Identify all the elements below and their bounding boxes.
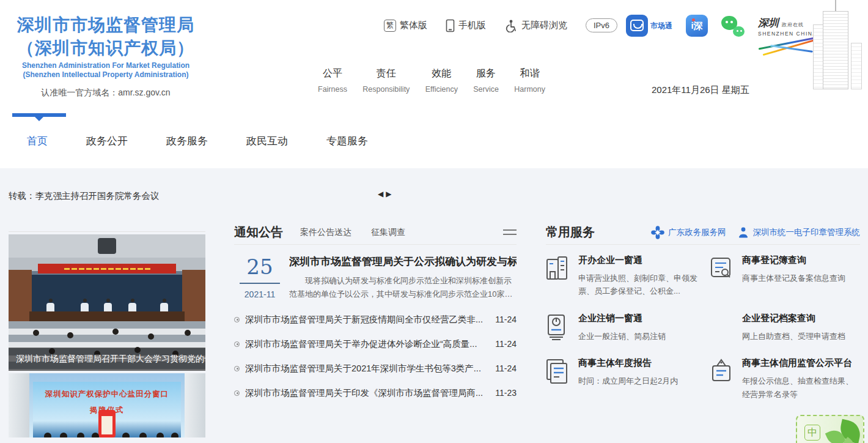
bullet-icon (234, 317, 240, 322)
bullet-icon (234, 390, 240, 396)
carousel-divider (9, 231, 205, 232)
featured-notice[interactable]: 25 2021-11 深圳市市场监督管理局关于公示拟确认为研发与标... 现将拟… (234, 255, 517, 301)
tab-case-announcements[interactable]: 案件公告送达 (300, 227, 351, 238)
ishen-app-icon[interactable]: i深 (686, 15, 708, 37)
ticker-next-icon[interactable]: ▶ (386, 190, 391, 198)
services-section: 常用服务 广东政务服务网 深圳市统一电子印章管理系统 (546, 220, 860, 401)
value-harmony: 和谐Harmony (514, 67, 545, 94)
notices-list: 深圳市市场监督管理局关于新冠疫情期间全市仅经营乙类非... 11-24 深圳市市… (234, 307, 517, 405)
building-sketch-graphic (806, 0, 867, 97)
services-title: 常用服务 (546, 224, 595, 240)
notice-row[interactable]: 深圳市市场监督管理局关于2021年深圳市学生书包等3类产... 11-24 (234, 356, 517, 381)
company-open-icon (546, 255, 569, 298)
app-icons-row: 市场通 i深 深圳 政府在线 SHENZHEN CHINA (626, 15, 830, 51)
photo-carousel: 深圳市市场监督管理局召开干部大会学习贯彻党的十... 深圳知识产权保护中心盐田分… (9, 234, 205, 437)
accessibility-icon (504, 19, 518, 32)
carousel-caption: 深圳市市场监督管理局召开干部大会学习贯彻党的十... (9, 348, 205, 371)
featured-notice-date: 25 2021-11 (234, 255, 285, 301)
shenzhen-china-logo-sub: 政府在线 (782, 21, 804, 28)
traditional-chinese-link[interactable]: 繁 繁体版 (384, 20, 427, 32)
floating-china-widget[interactable]: 中 (796, 415, 864, 443)
nav-item-special[interactable]: 专题服务 (326, 134, 368, 148)
traditional-chinese-label: 繁体版 (400, 20, 427, 31)
featured-notice-summary: 现将拟确认为研发与标准化同步示范企业和深圳标准创新示范基地的单位予以公示，其中研… (289, 274, 517, 301)
annual-report-icon (546, 357, 569, 401)
credit-board-icon (710, 357, 733, 401)
utility-links: 繁 繁体版 手机版 无障碍浏览 IPv6 (384, 18, 617, 32)
ceremony-banner-line1: 深圳知识产权保护中心盐田分窗口 (9, 389, 205, 400)
official-domain: 认准唯一官方域名：amr.sz.gov.cn (17, 87, 194, 99)
current-date: 2021年11月26日 星期五 (652, 84, 749, 96)
service-open-company[interactable]: 开办企业一窗通 申请营业执照、刻制印章、申领发票、员工参保登记、公积金... (546, 255, 706, 298)
core-values-row: 公平Fairness 责任Responsibility 效能Efficiency… (318, 67, 545, 94)
service-credit-platform[interactable]: 商事主体信用监管公示平台 年报公示信息、抽查检查结果、经营异常名录等 (710, 357, 860, 401)
register-search-icon (710, 255, 733, 298)
value-responsibility: 责任Responsibility (362, 67, 410, 94)
mobile-icon (446, 19, 455, 32)
no-icon-spacer (710, 313, 733, 343)
notice-row[interactable]: 深圳市市场监督管理局关于印发《深圳市市场监督管理局商... 11-23 (234, 381, 517, 405)
org-name-en-line1: Shenzhen Administration For Market Regul… (17, 61, 194, 71)
shenzhen-china-logo-cn: 深圳 (758, 16, 779, 30)
deregister-icon (546, 313, 569, 343)
org-name-line1: 深圳市市场监督管理局 (17, 13, 194, 37)
nav-item-gov-services[interactable]: 政务服务 (166, 134, 208, 148)
mobile-version-label: 手机版 (458, 20, 486, 31)
nav-item-gov-info[interactable]: 政务公开 (86, 134, 128, 148)
carousel-slide-conference[interactable]: 深圳市市场监督管理局召开干部大会学习贯彻党的十... (9, 234, 205, 371)
value-fairness: 公平Fairness (318, 67, 347, 94)
notices-more-icon[interactable] (503, 226, 517, 238)
service-deregister[interactable]: 企业注销一窗通 企业一般注销、简易注销 (546, 313, 706, 343)
site-logo[interactable]: 深圳市市场监督管理局 （深圳市知识产权局） Shenzhen Administr… (17, 13, 194, 99)
market-tong-label: 市场通 (650, 21, 672, 31)
notices-title: 通知公告 (234, 224, 283, 240)
tab-surveys[interactable]: 征集调查 (371, 227, 405, 238)
nav-item-interaction[interactable]: 政民互动 (246, 134, 288, 148)
value-service: 服务Service (473, 67, 499, 94)
org-name-en-line2: (Shenzhen Intellectual Property Administ… (17, 70, 194, 80)
service-archive-search[interactable]: 企业登记档案查询 网上自助查档、受理申请查档 (710, 313, 860, 343)
featured-notice-title: 深圳市市场监督管理局关于公示拟确认为研发与标... (289, 255, 517, 269)
bullet-icon (234, 366, 240, 371)
main-navbar: 首页 政务公开 政务服务 政民互动 专题服务 政务机器人 (0, 113, 868, 168)
seal-icon (737, 226, 749, 239)
site-header: 深圳市市场监督管理局 （深圳市知识产权局） Shenzhen Administr… (0, 0, 868, 113)
service-register-search[interactable]: 商事登记簿查询 商事主体登记及备案信息查询 (710, 255, 860, 298)
traditional-chinese-icon: 繁 (384, 20, 396, 32)
eseal-system-link[interactable]: 深圳市统一电子印章管理系统 (737, 226, 861, 239)
notices-section: 通知公告 案件公告送达 征集调查 25 2021-11 深圳市市场监督管理局关于… (234, 220, 517, 405)
wechat-icon[interactable] (721, 16, 745, 37)
guangdong-service-link[interactable]: 广东政务服务网 (651, 226, 726, 239)
mobile-version-link[interactable]: 手机版 (446, 19, 486, 32)
org-name-line2: （深圳市知识产权局） (17, 37, 194, 60)
china-widget-glyph: 中 (804, 425, 820, 441)
notice-row[interactable]: 深圳市市场监督管理局关于举办促进体外诊断企业“高质量... 11-24 (234, 332, 517, 356)
carousel-slide-ceremony[interactable]: 深圳知识产权保护中心盐田分窗口 揭牌仪式 (9, 373, 205, 437)
value-efficiency: 效能Efficiency (425, 67, 458, 94)
ipv6-badge[interactable]: IPv6 (586, 18, 617, 32)
news-ticker[interactable]: 转载：李克强主持召开国务院常务会议 (9, 190, 160, 202)
service-annual-report[interactable]: 商事主体年度报告 时间：成立周年之日起2月内 (546, 357, 706, 401)
notice-row[interactable]: 深圳市市场监督管理局关于新冠疫情期间全市仅经营乙类非... 11-24 (234, 307, 517, 332)
bullet-icon (234, 341, 240, 347)
accessibility-label: 无障碍浏览 (521, 20, 567, 31)
nav-item-home[interactable]: 首页 (27, 134, 48, 148)
ticker-prev-icon[interactable]: ◀ (378, 190, 383, 198)
market-tong-icon (626, 15, 648, 37)
main-content: 转载：李克强主持召开国务院常务会议 ◀ ▶ 深圳市市场监督管理局召开干部大会学习… (0, 168, 868, 443)
market-tong-app[interactable]: 市场通 (626, 15, 672, 37)
guangdong-flower-icon (651, 226, 664, 239)
accessibility-link[interactable]: 无障碍浏览 (504, 19, 567, 32)
